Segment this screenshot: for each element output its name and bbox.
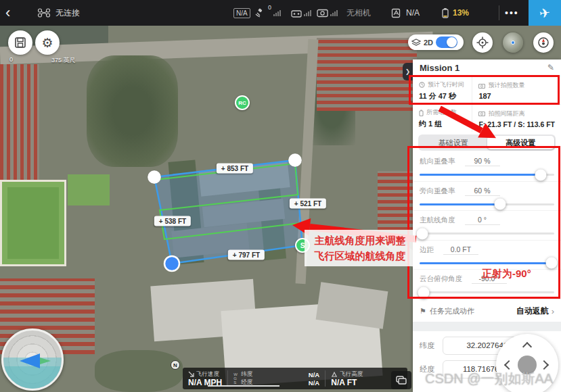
- satellite-status: [254, 0, 264, 26]
- back-button[interactable]: ‹: [5, 0, 10, 26]
- back-chevron-icon: ‹: [5, 4, 10, 22]
- flight-compass: [1, 328, 64, 391]
- satellite-icon: [254, 8, 264, 18]
- map-sports-field: [0, 180, 66, 266]
- nudge-up-button[interactable]: [522, 341, 532, 351]
- rc-location-marker[interactable]: RC: [235, 95, 250, 110]
- map-scale-label: 375 英尺: [51, 56, 76, 65]
- rc-status: [291, 0, 311, 26]
- takeoff-button[interactable]: ✈: [529, 0, 561, 26]
- map-scale-bar: [208, 385, 279, 387]
- mission-header: Mission 1 ✎: [413, 59, 561, 76]
- locate-me-button[interactable]: [472, 32, 493, 53]
- flag-icon: ⚑: [420, 307, 426, 316]
- edit-mission-icon[interactable]: ✎: [547, 63, 554, 72]
- watermark: CSDN @一别如斯AA: [425, 370, 553, 388]
- annotation-note-box: 主航线角度用来调整 飞行区域的航线角度: [305, 230, 416, 266]
- 2d-toggle-switch[interactable]: [436, 36, 457, 48]
- battery-icon: [419, 109, 424, 116]
- drone-icon: [37, 8, 51, 18]
- photo-icon: [478, 111, 485, 116]
- map-scale-start: 0: [9, 56, 13, 63]
- compass-reset-button[interactable]: [533, 32, 554, 53]
- camera-status-text: 无相机: [346, 0, 371, 26]
- edge-distance-label: + 538 FT: [154, 216, 191, 226]
- location-dot: [511, 41, 515, 45]
- nudge-right-button[interactable]: [539, 360, 549, 369]
- drone-heading-arrow: [20, 353, 40, 368]
- remote-controller-icon: [291, 9, 302, 18]
- nudge-left-button[interactable]: [504, 360, 514, 369]
- save-mission-button[interactable]: [8, 30, 32, 55]
- gear-icon: ⚙: [41, 35, 53, 51]
- mission-title: Mission 1: [420, 63, 459, 73]
- gps-mode-badge: N/A: [233, 0, 250, 26]
- compass-icon: [537, 36, 549, 49]
- battery-icon: [441, 7, 449, 18]
- divider: [499, 5, 499, 20]
- status-bar: ‹ 无连接 N/A 0: [0, 0, 561, 26]
- battery-status: 13%: [441, 0, 469, 26]
- signal-bars: [273, 0, 281, 26]
- telemetry-altitude: 飞行高度 N/A FT: [326, 368, 368, 389]
- layers-icon: [411, 39, 421, 47]
- map-buildings: [0, 64, 39, 180]
- screenshot-button[interactable]: [391, 371, 411, 389]
- flight-mode-status: N/A: [391, 0, 420, 26]
- finish-action-row[interactable]: ⚑ 任务完成动作 自动返航 ›: [413, 301, 561, 322]
- camera-signal: [317, 0, 338, 26]
- chevron-right-icon: ›: [552, 306, 554, 316]
- mission-settings-button[interactable]: ⚙: [35, 30, 60, 55]
- toggle-knob: [447, 37, 457, 47]
- edge-distance-label: + 797 FT: [228, 250, 265, 260]
- crosshair-icon: [476, 36, 489, 49]
- annotation-gimbal-note: 正射为-90°: [482, 268, 531, 280]
- compass-horizon: [1, 366, 64, 391]
- speed-icon: [188, 371, 194, 377]
- edge-distance-label: + 521 FT: [290, 199, 326, 209]
- flight-mode-icon: [391, 8, 402, 18]
- satellite-count: 0: [268, 4, 271, 11]
- airplane-icon: ✈: [539, 5, 552, 22]
- map-trees: [87, 55, 178, 167]
- map-mode-toggle[interactable]: 2D: [408, 34, 464, 50]
- battery-percent: 13%: [453, 8, 469, 18]
- wgs-label: WGS: [233, 372, 239, 385]
- divider: [413, 322, 561, 331]
- map-sports-field: [68, 174, 110, 205]
- aircraft-status[interactable]: 无连接: [37, 0, 80, 26]
- north-indicator: N: [171, 360, 180, 370]
- app-screen: RC S + 853 FT + 521 FT + 538 FT + 797 FT…: [0, 0, 561, 392]
- annotation-stats-highlight: [409, 75, 560, 105]
- edge-distance-label: + 853 FT: [217, 164, 253, 174]
- camera-icon: [317, 9, 328, 18]
- map-layer-preview-button[interactable]: [503, 32, 523, 53]
- mode-2d-label: 2D: [424, 39, 433, 47]
- save-icon: [14, 36, 26, 49]
- more-menu-button[interactable]: •••: [505, 0, 519, 26]
- altitude-icon: [331, 371, 338, 377]
- compass-heading-tail: [40, 358, 51, 364]
- map-trees: [95, 350, 183, 392]
- ellipsis-icon: •••: [505, 7, 519, 18]
- frames-icon: [396, 376, 407, 385]
- map-buildings: [317, 38, 417, 111]
